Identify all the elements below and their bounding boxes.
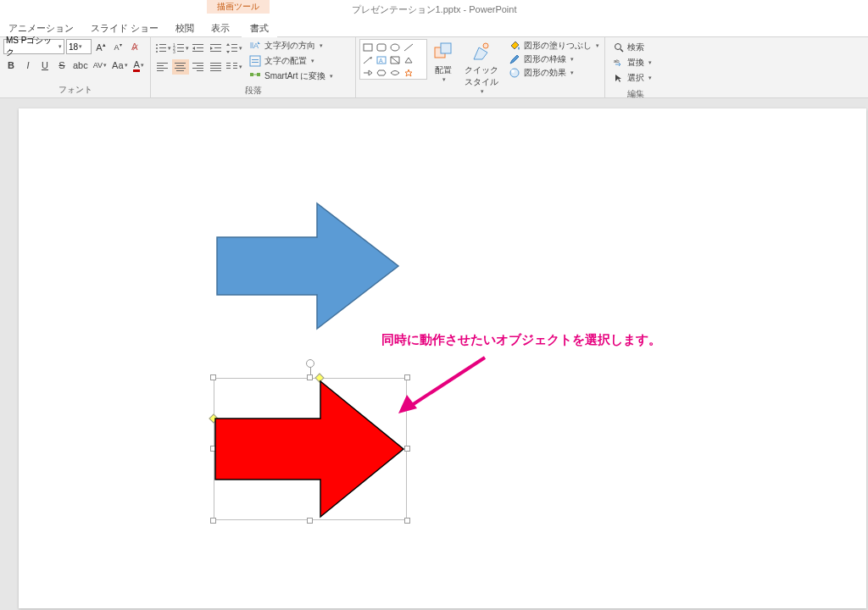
svg-line-53 bbox=[364, 58, 370, 64]
svg-rect-17 bbox=[210, 51, 221, 52]
search-icon bbox=[614, 42, 624, 53]
text-direction-button[interactable]: llA 文字列の方向▾ bbox=[248, 39, 335, 53]
decrease-font-button[interactable]: A▾ bbox=[110, 39, 125, 54]
smartart-icon bbox=[249, 70, 261, 82]
svg-rect-31 bbox=[192, 68, 203, 69]
svg-rect-11 bbox=[177, 51, 184, 52]
svg-rect-44 bbox=[250, 56, 260, 66]
svg-rect-16 bbox=[214, 47, 221, 48]
shape-roundrect-icon[interactable] bbox=[376, 42, 387, 53]
justify-button[interactable] bbox=[208, 59, 225, 75]
red-arrow-selection[interactable] bbox=[214, 378, 407, 520]
change-case-button[interactable]: Aa▾ bbox=[110, 58, 129, 73]
underline-button[interactable]: U bbox=[37, 58, 53, 73]
find-button[interactable]: 検索 bbox=[612, 41, 654, 54]
text-direction-icon: llA bbox=[249, 40, 261, 52]
select-button[interactable]: 選択▾ bbox=[612, 71, 654, 85]
arrange-icon bbox=[432, 41, 454, 63]
bucket-icon bbox=[509, 40, 520, 52]
effects-icon bbox=[509, 67, 520, 79]
replace-button[interactable]: ab 置換▾ bbox=[612, 56, 654, 69]
shape-effects-button[interactable]: 図形の効果▾ bbox=[507, 66, 601, 80]
font-color-button[interactable]: A▾ bbox=[131, 58, 147, 73]
align-center-button[interactable] bbox=[172, 59, 189, 75]
svg-point-2 bbox=[156, 47, 158, 49]
spacing-button[interactable]: AV▾ bbox=[92, 58, 108, 73]
text-align-icon bbox=[249, 55, 261, 67]
svg-rect-37 bbox=[226, 63, 231, 64]
canvas-area[interactable]: 同時に動作させたいオブジェクトを選択します。 bbox=[0, 98, 868, 610]
clear-formatting-button[interactable]: A̷ bbox=[127, 39, 142, 54]
shape-more2-icon[interactable] bbox=[403, 54, 415, 65]
svg-rect-15 bbox=[210, 44, 221, 45]
svg-point-51 bbox=[391, 44, 399, 51]
bold-button[interactable]: B bbox=[3, 58, 19, 73]
svg-point-62 bbox=[615, 44, 621, 50]
svg-rect-27 bbox=[175, 68, 186, 69]
quick-style-button[interactable]: クイック スタイル▾ bbox=[459, 39, 504, 97]
svg-rect-32 bbox=[197, 70, 203, 71]
font-name-combo[interactable]: MS Pゴシック▾ bbox=[3, 39, 64, 54]
shape-rect-icon[interactable] bbox=[362, 42, 374, 53]
svg-rect-41 bbox=[226, 68, 231, 69]
svg-line-63 bbox=[620, 49, 623, 52]
group-paragraph: ▾ 123▾ ▾ ▾ llA 文字列の方向▾ bbox=[151, 37, 356, 97]
slide[interactable]: 同時に動作させたいオブジェクトを選択します。 bbox=[19, 108, 866, 608]
line-spacing-button[interactable]: ▾ bbox=[225, 41, 242, 56]
svg-rect-12 bbox=[192, 44, 203, 45]
svg-rect-3 bbox=[159, 47, 166, 48]
tab-view[interactable]: 表示 bbox=[203, 19, 238, 37]
shape-more5-icon[interactable] bbox=[389, 67, 401, 78]
annotation-arrow-icon bbox=[392, 354, 493, 422]
increase-indent-button[interactable] bbox=[208, 41, 225, 56]
shapes-gallery[interactable]: A ▾ bbox=[359, 39, 427, 80]
red-arrow-shape[interactable] bbox=[214, 378, 407, 520]
arrange-button[interactable]: 配置▾ bbox=[427, 39, 459, 85]
blue-arrow-shape[interactable] bbox=[215, 200, 402, 332]
shadow-button[interactable]: abc bbox=[71, 58, 90, 73]
annotation-text: 同時に動作させたいオブジェクトを選択します。 bbox=[381, 332, 661, 348]
strike-button[interactable]: S bbox=[54, 58, 70, 73]
select-icon bbox=[614, 73, 624, 83]
shape-ellipse-icon[interactable] bbox=[389, 42, 401, 53]
rotation-handle[interactable] bbox=[306, 359, 314, 368]
italic-button[interactable]: I bbox=[20, 58, 36, 73]
tab-review[interactable]: 校閲 bbox=[167, 19, 203, 37]
shape-more4-icon[interactable] bbox=[376, 67, 387, 78]
shape-outline-button[interactable]: 図形の枠線▾ bbox=[507, 53, 601, 66]
tab-slideshow[interactable]: スライド ショー bbox=[82, 19, 167, 37]
svg-rect-50 bbox=[377, 44, 386, 51]
smartart-button[interactable]: SmartArt に変換▾ bbox=[248, 69, 335, 83]
ribbon-tabs: アニメーション スライド ショー 校閲 表示 書式 bbox=[0, 19, 868, 37]
svg-rect-21 bbox=[157, 63, 168, 64]
svg-rect-48 bbox=[257, 73, 260, 76]
shape-fill-button[interactable]: 図形の塗りつぶし▾ bbox=[507, 39, 601, 53]
svg-line-65 bbox=[407, 358, 485, 408]
numbering-button[interactable]: 123▾ bbox=[172, 41, 189, 56]
shape-line-icon[interactable] bbox=[403, 42, 415, 53]
title-bar: 描画ツール プレゼンテーション1.pptx - PowerPoint bbox=[0, 0, 868, 19]
svg-rect-58 bbox=[441, 43, 451, 53]
tab-format[interactable]: 書式 bbox=[242, 19, 277, 37]
svg-point-61 bbox=[511, 69, 515, 73]
increase-font-button[interactable]: A▴ bbox=[93, 39, 108, 54]
svg-rect-49 bbox=[364, 44, 372, 51]
decrease-indent-button[interactable] bbox=[190, 41, 207, 56]
columns-button[interactable]: ▾ bbox=[225, 59, 242, 75]
shape-arrow-icon[interactable] bbox=[362, 54, 374, 65]
svg-point-60 bbox=[510, 69, 519, 77]
svg-text:3: 3 bbox=[173, 49, 175, 53]
svg-rect-1 bbox=[159, 44, 166, 45]
font-size-combo[interactable]: 18▾ bbox=[66, 39, 92, 54]
shape-star-icon[interactable] bbox=[403, 67, 415, 78]
shape-more3-icon[interactable] bbox=[362, 67, 374, 78]
group-font-label: フォント bbox=[3, 82, 147, 97]
shape-textbox-icon[interactable]: A bbox=[376, 54, 387, 65]
align-right-button[interactable] bbox=[190, 59, 207, 75]
text-align-button[interactable]: 文字の配置▾ bbox=[248, 54, 335, 68]
group-drawing: A ▾ 配置▾ クイック スタイル▾ bbox=[356, 37, 605, 97]
shape-more1-icon[interactable] bbox=[389, 54, 401, 65]
svg-rect-23 bbox=[157, 68, 168, 69]
bullets-button[interactable]: ▾ bbox=[154, 41, 171, 56]
align-left-button[interactable] bbox=[154, 59, 171, 75]
